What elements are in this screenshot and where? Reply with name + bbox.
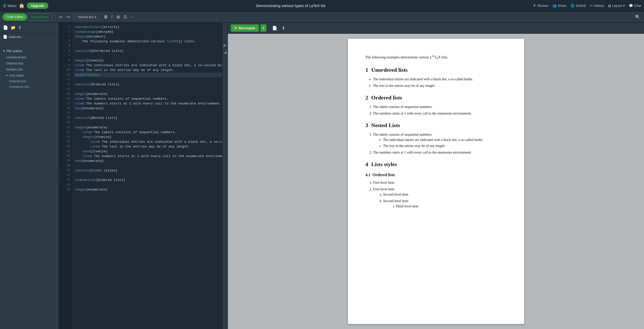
chevron-down-icon-lists: ▾ xyxy=(6,74,8,77)
sidebar-item-nested-lists[interactable]: Nested Lists xyxy=(0,66,58,72)
code-line-33: \subsection{Ordered lists} xyxy=(74,178,222,182)
code-line-35: \begin{enumerate} xyxy=(74,187,222,192)
file-outline-header[interactable]: ▾ File outline xyxy=(0,48,58,54)
line-num-21: 21 xyxy=(61,120,70,125)
line-num-7: 7 xyxy=(61,53,70,58)
nested-bullet-list: The individual entries are indicated wit… xyxy=(383,137,507,149)
table-button[interactable]: ⊞ xyxy=(115,14,121,20)
submit-button[interactable]: 🌐 Submit xyxy=(570,4,586,8)
arrow-right-button[interactable]: ▶ xyxy=(224,43,227,48)
code-line-24: \begin{itemize} xyxy=(74,135,222,139)
visual-editor-tab[interactable]: Visual Editor xyxy=(27,13,53,21)
code-line-4: The following examples demonstrate vario… xyxy=(74,39,222,44)
menu-button[interactable]: ☰ Menu xyxy=(3,4,16,8)
code-line-31: \section{Lists styles} xyxy=(74,168,222,173)
list-item: Second level item Third level item xyxy=(383,198,507,209)
section-41-header: 4.1 Ordered lists xyxy=(366,172,507,178)
nav-right: 👁 Review 👥 Share 🌐 Submit ↩ History ▤ La… xyxy=(533,4,641,8)
recompile-dropdown-button[interactable]: ▾ xyxy=(260,24,266,32)
preview-content[interactable]: The following examples demonstrate vario… xyxy=(228,34,644,329)
code-line-3: \begin{document} xyxy=(74,34,222,39)
upgrade-button[interactable]: Upgrade xyxy=(27,3,48,9)
sidebar-icons: 📄 📁 ⬆ xyxy=(0,23,58,33)
format-label: Normal text xyxy=(78,15,93,19)
line-num-22: 22 xyxy=(61,125,70,130)
sidebar-item-ordered-lists-sub[interactable]: Ordered lists xyxy=(0,79,58,84)
dots-menu[interactable]: · · · xyxy=(0,41,58,48)
code-line-15: \begin{enumerate} xyxy=(74,92,222,96)
section-41-list: First level item First level item Second… xyxy=(373,180,507,209)
list-item: The text in the entries may be of any le… xyxy=(383,143,507,149)
redo-button[interactable]: ↪ xyxy=(65,14,71,20)
sidebar-item-unordered-lists[interactable]: Unordered lists xyxy=(0,54,58,60)
code-content[interactable]: \documentclass{article} \usepackage{amss… xyxy=(72,23,222,329)
splitter-sidebar-editor[interactable] xyxy=(59,23,61,329)
arrow-col: ▶ ◀ xyxy=(222,23,228,329)
file-name: main.tex xyxy=(9,35,21,39)
line-num-27: 27 xyxy=(61,149,70,154)
undo-button[interactable]: ↩ xyxy=(58,14,64,20)
code-line-9: \item The individual entries are indicat… xyxy=(74,63,222,68)
section-3-title: Nested Lists xyxy=(371,121,400,129)
new-file-icon[interactable]: 📄 xyxy=(3,25,8,30)
code-line-27: \end{itemize} xyxy=(74,149,222,154)
preview-panel: ↻ Recompile ▾ 📄 ⬇ The following examples… xyxy=(228,23,644,329)
preview-doc-icon[interactable]: 📄 xyxy=(271,25,278,31)
line-num-29: 29 xyxy=(61,159,70,163)
omega-button[interactable]: Ω xyxy=(123,14,128,20)
code-line-14 xyxy=(74,87,222,92)
code-line-8: \begin{itemize} xyxy=(74,58,222,63)
bold-button[interactable]: B xyxy=(103,14,109,20)
line-num-25: 25 xyxy=(61,139,70,144)
share-button[interactable]: 👥 Share xyxy=(552,4,566,8)
line-num-16: 16 xyxy=(61,96,70,101)
preview-download-icon[interactable]: ⬇ xyxy=(280,25,286,31)
code-editor: 1 2 3 4 5 6 7 8 9 10 11 12 13 14 15 16 1… xyxy=(61,23,222,329)
section-1-header: 1 Unordered lists xyxy=(366,66,507,74)
code-line-29: \end{enumerate} xyxy=(74,159,222,163)
code-line-23: \item The labels consists of sequential … xyxy=(74,130,222,135)
recompile-button[interactable]: ↻ Recompile xyxy=(231,24,259,32)
sidebar-item-ordered-lists[interactable]: Ordered lists xyxy=(0,60,58,66)
new-folder-icon[interactable]: 📁 xyxy=(11,25,16,30)
italic-button[interactable]: I xyxy=(110,14,114,20)
line-num-19: 19 xyxy=(61,111,70,116)
review-button[interactable]: 👁 Review xyxy=(533,4,548,8)
line-num-24: 24 xyxy=(61,135,70,139)
search-button[interactable]: 🔍 xyxy=(634,14,641,20)
line-num-10: 10 xyxy=(61,68,70,72)
more-button[interactable]: ··· xyxy=(130,14,135,20)
menu-icon: ☰ xyxy=(3,4,6,8)
line-num-32: 32 xyxy=(61,173,70,178)
section-2-list: The labels consists of sequential number… xyxy=(373,104,507,116)
toolbar: Code Editor Visual Editor ↩ ↪ Normal tex… xyxy=(0,12,644,23)
format-select[interactable]: Normal text ▾ xyxy=(76,14,98,20)
code-area: 1 2 3 4 5 6 7 8 9 10 11 12 13 14 15 16 1… xyxy=(61,23,222,329)
code-editor-tab[interactable]: Code Editor xyxy=(3,13,27,21)
line-num-11: 11 xyxy=(61,72,70,77)
home-button[interactable]: 🏠 xyxy=(19,3,24,9)
chat-button[interactable]: 💬 Chat xyxy=(629,4,641,8)
upload-icon[interactable]: ⬆ xyxy=(18,25,21,30)
line-num-9: 9 xyxy=(61,63,70,68)
layout-button[interactable]: ▤ Layout ▾ xyxy=(608,4,625,8)
file-item-main[interactable]: 📄 main.tex xyxy=(0,33,58,41)
recompile-group: ↻ Recompile ▾ xyxy=(231,24,266,32)
sidebar-item-unordered-lists-sub[interactable]: Unordered lists xyxy=(0,84,58,90)
section-41-title: Ordered lists xyxy=(373,172,395,178)
line-num-6: 6 xyxy=(61,49,70,53)
sidebar-item-lists-styles-header[interactable]: ▾ Lists styles xyxy=(0,72,58,79)
section-3-num: 3 xyxy=(366,121,368,129)
section-3-header: 3 Nested Lists xyxy=(366,121,507,129)
history-button[interactable]: ↩ History xyxy=(590,4,604,8)
code-line-7 xyxy=(74,53,222,58)
arrow-left-button[interactable]: ◀ xyxy=(224,50,227,55)
code-line-6: \section{Unordered lists} xyxy=(74,49,222,53)
line-num-14: 14 xyxy=(61,87,70,92)
menu-label: Menu xyxy=(8,4,16,8)
line-num-33: 33 xyxy=(61,178,70,182)
list-item: The numbers starts at 1 with every call … xyxy=(373,150,507,155)
layout-label: Layout xyxy=(612,4,622,8)
chevron-down-icon: ▾ xyxy=(3,49,5,53)
history-icon: ↩ xyxy=(590,4,593,8)
